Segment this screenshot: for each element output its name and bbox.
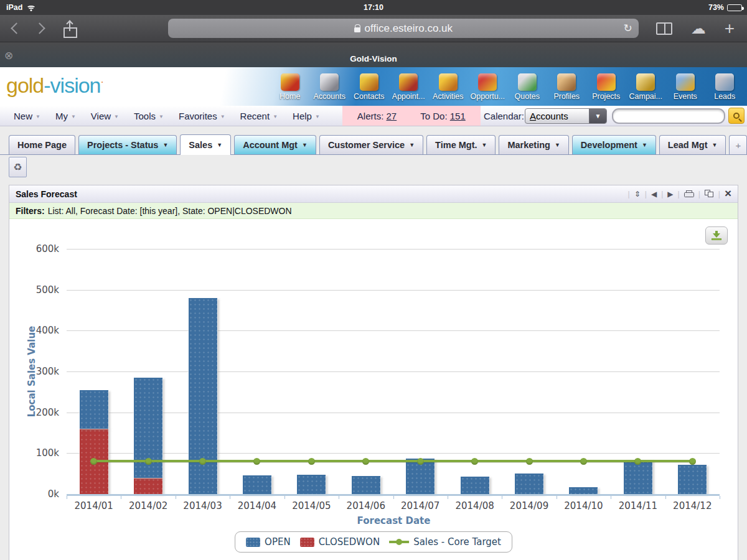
reload-icon[interactable]: ↻ xyxy=(623,22,632,35)
tab-customer-service[interactable]: Customer Service▼ xyxy=(319,135,423,154)
menu-favorites[interactable]: Favorites▼ xyxy=(170,111,232,121)
tab-home-page[interactable]: Home Page xyxy=(9,135,75,154)
opportunities-icon xyxy=(478,73,497,91)
new-tab-icon[interactable]: + xyxy=(725,21,735,37)
y-tick-label: 0k xyxy=(9,488,59,500)
nav-label-opportu: Opportu... xyxy=(468,92,508,101)
projects-icon xyxy=(597,73,616,91)
share-icon[interactable] xyxy=(63,22,77,38)
tab-label: Development xyxy=(581,140,637,150)
url-field[interactable]: office.esteiro.co.uk ↻ xyxy=(168,19,639,38)
tab-label: Home Page xyxy=(17,140,67,150)
chart-legend: OPENCLOSEDWONSales - Core Target xyxy=(235,531,512,553)
stop-loading-icon[interactable]: ⊗ xyxy=(4,49,13,62)
tab-add-new[interactable]: + xyxy=(729,135,747,154)
target-dot xyxy=(417,458,424,465)
x-tick-mark xyxy=(339,496,339,499)
nav-label-accounts: Accounts xyxy=(310,92,350,101)
x-tick-label: 2014/02 xyxy=(121,500,176,511)
download-icon xyxy=(712,231,721,240)
prev-icon[interactable]: ◀ xyxy=(651,190,657,198)
todo-link[interactable]: To Do: 151 xyxy=(420,111,466,121)
nav-projects[interactable]: Projects xyxy=(586,72,626,101)
menu-my[interactable]: My▼ xyxy=(47,111,82,121)
back-icon[interactable] xyxy=(11,22,22,34)
todo-count[interactable]: 151 xyxy=(450,111,466,121)
nav-label-home: Home xyxy=(270,92,310,101)
nav-profiles[interactable]: Profiles xyxy=(547,72,587,101)
close-icon[interactable]: × xyxy=(725,187,731,199)
popout-icon[interactable] xyxy=(705,190,714,198)
search-button[interactable] xyxy=(728,108,745,124)
menu-tools[interactable]: Tools▼ xyxy=(125,111,170,121)
tab-sales[interactable]: Sales▼ xyxy=(180,134,231,155)
tab-label: Customer Service xyxy=(328,140,405,150)
nav-quotes[interactable]: Quotes xyxy=(507,72,547,101)
nav-label-appoint: Appoint... xyxy=(389,92,429,101)
events-icon xyxy=(676,73,695,91)
x-tick-mark xyxy=(393,496,394,499)
menu-help[interactable]: Help▼ xyxy=(284,111,326,121)
x-tick-label: 2014/09 xyxy=(502,500,557,511)
nav-appoint[interactable]: Appoint... xyxy=(389,72,429,101)
refresh-view-button[interactable]: ♻ xyxy=(9,157,27,177)
gridline xyxy=(67,453,720,454)
alerts-link[interactable]: Alerts: 27 xyxy=(357,111,397,121)
tab-arrow-icon: ▼ xyxy=(302,142,308,148)
y-tick-label: 100k xyxy=(9,447,59,459)
x-tick-label: 2014/04 xyxy=(230,500,284,511)
nav-activities[interactable]: Activities xyxy=(428,72,468,101)
target-dot xyxy=(580,458,587,465)
tab-time-mgt[interactable]: Time Mgt.▼ xyxy=(426,135,496,154)
tab-lead-mgt[interactable]: Lead Mgt▼ xyxy=(659,135,726,154)
x-tick-mark xyxy=(230,496,230,499)
sales-forecast-panel: Sales Forecast | ⇕ | ◀ | ▶ | | | × Filte… xyxy=(9,185,738,560)
menu-recent[interactable]: Recent▼ xyxy=(232,111,284,121)
bar-open-2014-04 xyxy=(243,475,271,494)
print-icon[interactable] xyxy=(684,190,694,198)
status-time: 17:10 xyxy=(0,3,747,12)
tab-projects-status[interactable]: Projects - Status▼ xyxy=(78,135,177,154)
nav-label-projects: Projects xyxy=(586,92,626,101)
panel-title: Sales Forecast xyxy=(16,189,77,199)
alerts-count[interactable]: 27 xyxy=(387,111,397,121)
bookmarks-icon[interactable] xyxy=(656,22,672,35)
gridline xyxy=(67,330,720,331)
nav-accounts[interactable]: Accounts xyxy=(310,72,350,101)
tab-account-mgt[interactable]: Account Mgt▼ xyxy=(234,135,316,154)
icloud-tabs-icon[interactable]: ☁ xyxy=(691,22,706,35)
nav-campai[interactable]: Campai... xyxy=(626,72,666,101)
tab-development[interactable]: Development▼ xyxy=(572,135,656,154)
tab-arrow-icon: ▼ xyxy=(162,142,168,148)
nav-contacts[interactable]: Contacts xyxy=(349,72,389,101)
search-icon xyxy=(733,113,740,119)
nav-home[interactable]: Home xyxy=(270,72,310,101)
search-input[interactable] xyxy=(612,108,725,124)
menu-label-my: My xyxy=(55,111,68,121)
select-arrow-icon[interactable]: ▼ xyxy=(589,109,606,123)
nav-leads[interactable]: Leads xyxy=(705,72,745,101)
gridline xyxy=(67,290,720,291)
forward-icon[interactable] xyxy=(34,22,45,34)
resize-icon[interactable]: ⇕ xyxy=(634,190,641,198)
bar-open-2014-10 xyxy=(569,487,598,494)
alerts-box: Alerts: 27 To Do: 151 xyxy=(342,106,481,126)
nav-events[interactable]: Events xyxy=(665,72,705,101)
download-button[interactable] xyxy=(705,226,728,245)
contacts-icon xyxy=(360,73,378,91)
menu-arrow-icon: ▼ xyxy=(71,114,76,119)
x-tick-label: 2014/10 xyxy=(556,500,611,511)
legend-swatch-open xyxy=(246,538,260,547)
menu-new[interactable]: New▼ xyxy=(5,111,47,121)
bar-open-2014-09 xyxy=(515,474,543,494)
nav-label-events: Events xyxy=(665,92,705,101)
legend-item-open: OPEN xyxy=(246,536,291,548)
bar-open-2014-01 xyxy=(80,390,108,429)
tab-marketing[interactable]: Marketing▼ xyxy=(499,135,568,154)
next-icon[interactable]: ▶ xyxy=(667,190,673,198)
x-tick-mark xyxy=(611,496,611,499)
calendar-select[interactable]: Accounts ▼ xyxy=(525,108,607,124)
nav-opportu[interactable]: Opportu... xyxy=(468,72,508,101)
menu-view[interactable]: View▼ xyxy=(82,111,125,121)
x-tick-label: 2014/01 xyxy=(67,500,121,511)
